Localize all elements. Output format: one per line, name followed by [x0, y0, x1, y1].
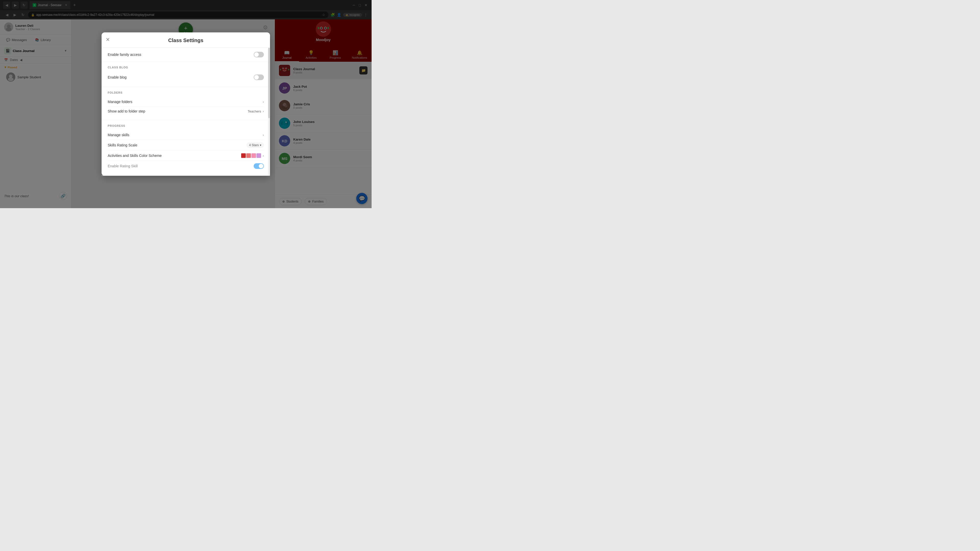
enable-rating-row[interactable]: Enable Rating Skill [108, 161, 264, 171]
skills-rating-value: 4 Stars [249, 143, 259, 147]
enable-blog-label: Enable blog [108, 75, 127, 79]
folders-label: FOLDERS [108, 91, 264, 94]
manage-folders-chevron-icon: › [262, 100, 264, 104]
family-access-toggle[interactable] [254, 52, 264, 57]
manage-skills-label: Manage skills [108, 133, 129, 137]
show-add-folder-label: Show add to folder step [108, 109, 145, 113]
enable-blog-row[interactable]: Enable blog [108, 72, 264, 83]
teachers-value: Teachers [248, 110, 261, 113]
show-add-folder-value: Teachers › [248, 109, 264, 113]
class-settings-modal: ✕ Class Settings Enable family access CL… [102, 32, 270, 176]
skills-rating-label: Skills Rating Scale [108, 143, 137, 147]
enable-rating-label: Enable Rating Skill [108, 164, 138, 168]
color-scheme-label: Activities and Skills Color Scheme [108, 154, 162, 158]
swatch-1 [241, 153, 246, 158]
modal-header: ✕ Class Settings [102, 32, 270, 48]
color-swatches [241, 153, 261, 158]
color-scheme-value: › [241, 153, 264, 158]
modal-body[interactable]: Enable family access CLASS BLOG Enable b… [102, 48, 270, 176]
color-scheme-row[interactable]: Activities and Skills Color Scheme › [108, 151, 264, 161]
progress-label: PROGRESS [108, 124, 264, 127]
progress-section: PROGRESS Manage skills › Skills Rating S… [102, 120, 270, 176]
show-add-folder-chevron-icon: › [262, 109, 264, 113]
class-blog-section: CLASS BLOG Enable blog [102, 62, 270, 87]
modal-close-button[interactable]: ✕ [106, 37, 110, 43]
family-access-label: Enable family access [108, 52, 142, 57]
enable-blog-toggle[interactable] [254, 75, 264, 80]
skills-rating-row[interactable]: Skills Rating Scale 4 Stars ▾ [108, 140, 264, 151]
show-add-folder-row[interactable]: Show add to folder step Teachers › [108, 106, 264, 116]
color-scheme-chevron-icon: › [262, 154, 264, 158]
manage-folders-row[interactable]: Manage folders › [108, 97, 264, 106]
scrollbar-thumb[interactable] [268, 48, 270, 118]
modal-overlay[interactable]: ✕ Class Settings Enable family access CL… [0, 0, 372, 208]
manage-skills-row[interactable]: Manage skills › [108, 130, 264, 140]
family-access-row[interactable]: Enable family access [102, 48, 270, 62]
folders-section: FOLDERS Manage folders › Show add to fol… [102, 87, 270, 120]
swatch-3 [251, 153, 256, 158]
swatch-2 [246, 153, 251, 158]
enable-rating-toggle[interactable] [254, 163, 264, 169]
skills-rating-select[interactable]: 4 Stars ▾ [247, 142, 264, 148]
scrollbar-track [268, 48, 270, 176]
swatch-4 [256, 153, 261, 158]
modal-title: Class Settings [108, 38, 264, 43]
manage-skills-chevron-icon: › [262, 133, 264, 137]
class-blog-label: CLASS BLOG [108, 66, 264, 69]
manage-folders-label: Manage folders [108, 100, 132, 104]
stars-dropdown-icon: ▾ [260, 143, 261, 147]
